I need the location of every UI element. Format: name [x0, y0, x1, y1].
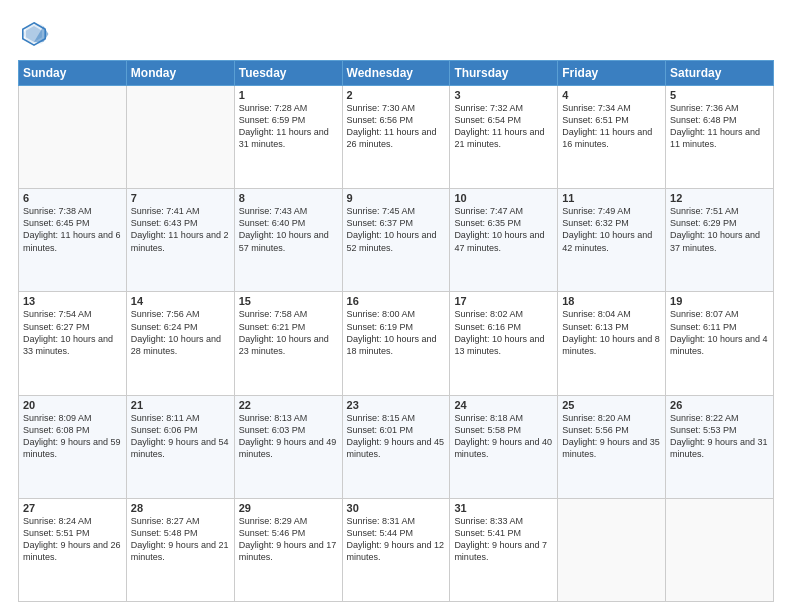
day-number: 28	[131, 502, 230, 514]
day-number: 27	[23, 502, 122, 514]
day-detail: Sunrise: 8:24 AMSunset: 5:51 PMDaylight:…	[23, 516, 121, 562]
day-detail: Sunrise: 7:56 AMSunset: 6:24 PMDaylight:…	[131, 309, 221, 355]
day-detail: Sunrise: 7:28 AMSunset: 6:59 PMDaylight:…	[239, 103, 329, 149]
calendar-day-cell: 27Sunrise: 8:24 AMSunset: 5:51 PMDayligh…	[19, 498, 127, 601]
day-detail: Sunrise: 8:18 AMSunset: 5:58 PMDaylight:…	[454, 413, 552, 459]
header	[18, 18, 774, 50]
calendar-day-cell: 30Sunrise: 8:31 AMSunset: 5:44 PMDayligh…	[342, 498, 450, 601]
calendar-day-cell: 8Sunrise: 7:43 AMSunset: 6:40 PMDaylight…	[234, 189, 342, 292]
day-detail: Sunrise: 8:33 AMSunset: 5:41 PMDaylight:…	[454, 516, 547, 562]
day-detail: Sunrise: 8:02 AMSunset: 6:16 PMDaylight:…	[454, 309, 544, 355]
calendar-day-cell: 20Sunrise: 8:09 AMSunset: 6:08 PMDayligh…	[19, 395, 127, 498]
day-number: 30	[347, 502, 446, 514]
day-detail: Sunrise: 8:31 AMSunset: 5:44 PMDaylight:…	[347, 516, 445, 562]
calendar-day-cell: 6Sunrise: 7:38 AMSunset: 6:45 PMDaylight…	[19, 189, 127, 292]
calendar-day-cell: 25Sunrise: 8:20 AMSunset: 5:56 PMDayligh…	[558, 395, 666, 498]
day-number: 18	[562, 295, 661, 307]
calendar-week-row: 20Sunrise: 8:09 AMSunset: 6:08 PMDayligh…	[19, 395, 774, 498]
calendar-week-row: 27Sunrise: 8:24 AMSunset: 5:51 PMDayligh…	[19, 498, 774, 601]
day-detail: Sunrise: 8:07 AMSunset: 6:11 PMDaylight:…	[670, 309, 768, 355]
day-number: 15	[239, 295, 338, 307]
day-number: 1	[239, 89, 338, 101]
day-number: 31	[454, 502, 553, 514]
day-number: 6	[23, 192, 122, 204]
calendar-day-cell: 24Sunrise: 8:18 AMSunset: 5:58 PMDayligh…	[450, 395, 558, 498]
day-number: 5	[670, 89, 769, 101]
day-detail: Sunrise: 8:09 AMSunset: 6:08 PMDaylight:…	[23, 413, 121, 459]
calendar-day-cell: 14Sunrise: 7:56 AMSunset: 6:24 PMDayligh…	[126, 292, 234, 395]
day-number: 14	[131, 295, 230, 307]
calendar-day-cell: 22Sunrise: 8:13 AMSunset: 6:03 PMDayligh…	[234, 395, 342, 498]
calendar-day-cell: 16Sunrise: 8:00 AMSunset: 6:19 PMDayligh…	[342, 292, 450, 395]
calendar-day-cell: 3Sunrise: 7:32 AMSunset: 6:54 PMDaylight…	[450, 86, 558, 189]
calendar-day-cell	[666, 498, 774, 601]
calendar-day-cell	[558, 498, 666, 601]
day-detail: Sunrise: 7:34 AMSunset: 6:51 PMDaylight:…	[562, 103, 652, 149]
day-number: 4	[562, 89, 661, 101]
day-number: 11	[562, 192, 661, 204]
calendar-day-cell: 23Sunrise: 8:15 AMSunset: 6:01 PMDayligh…	[342, 395, 450, 498]
day-number: 13	[23, 295, 122, 307]
calendar-table: SundayMondayTuesdayWednesdayThursdayFrid…	[18, 60, 774, 602]
calendar-day-cell: 7Sunrise: 7:41 AMSunset: 6:43 PMDaylight…	[126, 189, 234, 292]
day-number: 16	[347, 295, 446, 307]
day-detail: Sunrise: 7:36 AMSunset: 6:48 PMDaylight:…	[670, 103, 760, 149]
day-number: 12	[670, 192, 769, 204]
calendar-day-header: Monday	[126, 61, 234, 86]
calendar-day-cell: 18Sunrise: 8:04 AMSunset: 6:13 PMDayligh…	[558, 292, 666, 395]
day-number: 17	[454, 295, 553, 307]
day-number: 19	[670, 295, 769, 307]
day-number: 26	[670, 399, 769, 411]
day-detail: Sunrise: 7:47 AMSunset: 6:35 PMDaylight:…	[454, 206, 544, 252]
day-number: 21	[131, 399, 230, 411]
day-detail: Sunrise: 8:20 AMSunset: 5:56 PMDaylight:…	[562, 413, 660, 459]
day-number: 24	[454, 399, 553, 411]
day-detail: Sunrise: 8:04 AMSunset: 6:13 PMDaylight:…	[562, 309, 660, 355]
calendar-day-cell: 15Sunrise: 7:58 AMSunset: 6:21 PMDayligh…	[234, 292, 342, 395]
calendar-week-row: 13Sunrise: 7:54 AMSunset: 6:27 PMDayligh…	[19, 292, 774, 395]
day-number: 2	[347, 89, 446, 101]
day-detail: Sunrise: 7:38 AMSunset: 6:45 PMDaylight:…	[23, 206, 121, 252]
day-detail: Sunrise: 7:43 AMSunset: 6:40 PMDaylight:…	[239, 206, 329, 252]
day-detail: Sunrise: 7:54 AMSunset: 6:27 PMDaylight:…	[23, 309, 113, 355]
day-detail: Sunrise: 7:41 AMSunset: 6:43 PMDaylight:…	[131, 206, 229, 252]
day-detail: Sunrise: 7:45 AMSunset: 6:37 PMDaylight:…	[347, 206, 437, 252]
day-number: 9	[347, 192, 446, 204]
day-number: 29	[239, 502, 338, 514]
calendar-day-cell	[19, 86, 127, 189]
day-detail: Sunrise: 8:22 AMSunset: 5:53 PMDaylight:…	[670, 413, 768, 459]
day-number: 10	[454, 192, 553, 204]
calendar-day-cell: 17Sunrise: 8:02 AMSunset: 6:16 PMDayligh…	[450, 292, 558, 395]
day-detail: Sunrise: 8:15 AMSunset: 6:01 PMDaylight:…	[347, 413, 445, 459]
day-detail: Sunrise: 7:58 AMSunset: 6:21 PMDaylight:…	[239, 309, 329, 355]
calendar-day-cell: 26Sunrise: 8:22 AMSunset: 5:53 PMDayligh…	[666, 395, 774, 498]
calendar-day-cell: 21Sunrise: 8:11 AMSunset: 6:06 PMDayligh…	[126, 395, 234, 498]
calendar-day-cell: 31Sunrise: 8:33 AMSunset: 5:41 PMDayligh…	[450, 498, 558, 601]
calendar-day-header: Sunday	[19, 61, 127, 86]
calendar-day-cell: 19Sunrise: 8:07 AMSunset: 6:11 PMDayligh…	[666, 292, 774, 395]
calendar-day-cell: 11Sunrise: 7:49 AMSunset: 6:32 PMDayligh…	[558, 189, 666, 292]
day-detail: Sunrise: 7:51 AMSunset: 6:29 PMDaylight:…	[670, 206, 760, 252]
calendar-day-cell: 10Sunrise: 7:47 AMSunset: 6:35 PMDayligh…	[450, 189, 558, 292]
calendar-day-cell: 2Sunrise: 7:30 AMSunset: 6:56 PMDaylight…	[342, 86, 450, 189]
day-number: 3	[454, 89, 553, 101]
calendar-day-cell: 13Sunrise: 7:54 AMSunset: 6:27 PMDayligh…	[19, 292, 127, 395]
calendar-day-cell: 1Sunrise: 7:28 AMSunset: 6:59 PMDaylight…	[234, 86, 342, 189]
page: SundayMondayTuesdayWednesdayThursdayFrid…	[0, 0, 792, 612]
day-number: 25	[562, 399, 661, 411]
calendar-day-header: Friday	[558, 61, 666, 86]
calendar-header-row: SundayMondayTuesdayWednesdayThursdayFrid…	[19, 61, 774, 86]
calendar-day-cell	[126, 86, 234, 189]
calendar-day-header: Thursday	[450, 61, 558, 86]
day-number: 20	[23, 399, 122, 411]
calendar-day-cell: 29Sunrise: 8:29 AMSunset: 5:46 PMDayligh…	[234, 498, 342, 601]
calendar-day-cell: 12Sunrise: 7:51 AMSunset: 6:29 PMDayligh…	[666, 189, 774, 292]
logo	[18, 18, 52, 50]
calendar-day-header: Saturday	[666, 61, 774, 86]
calendar-day-header: Wednesday	[342, 61, 450, 86]
day-number: 7	[131, 192, 230, 204]
calendar-day-cell: 5Sunrise: 7:36 AMSunset: 6:48 PMDaylight…	[666, 86, 774, 189]
day-detail: Sunrise: 8:27 AMSunset: 5:48 PMDaylight:…	[131, 516, 229, 562]
day-detail: Sunrise: 8:11 AMSunset: 6:06 PMDaylight:…	[131, 413, 229, 459]
day-detail: Sunrise: 7:30 AMSunset: 6:56 PMDaylight:…	[347, 103, 437, 149]
